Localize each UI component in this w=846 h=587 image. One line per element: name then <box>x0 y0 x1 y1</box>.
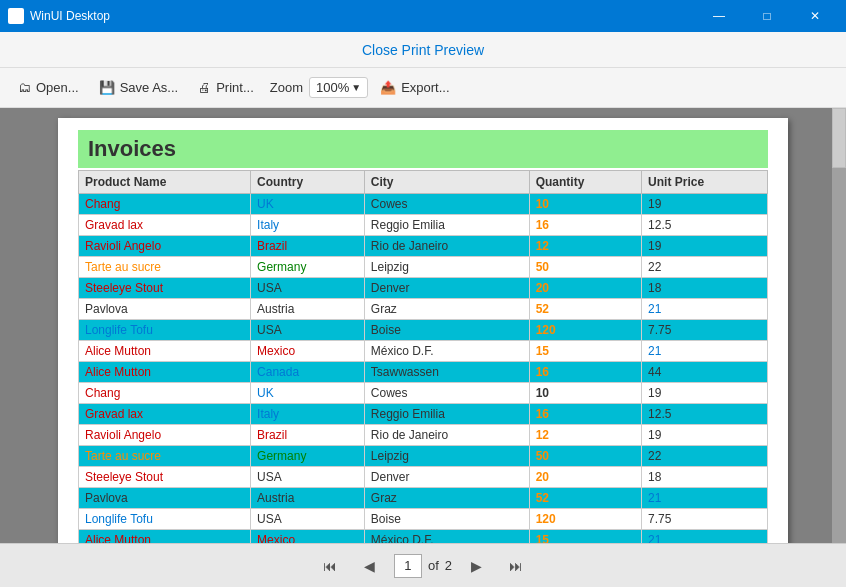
title-bar-left: WinUI Desktop <box>8 8 110 24</box>
cell-country: Austria <box>251 299 365 320</box>
nav-bar: ⏮ ◀ 1 of 2 ▶ ⏭ <box>0 543 846 587</box>
cell-country: Mexico <box>251 341 365 362</box>
export-icon: 📤 <box>380 80 396 95</box>
cell-quantity: 120 <box>529 320 641 341</box>
save-button[interactable]: 💾 Save As... <box>91 76 187 99</box>
cell-price: 19 <box>642 383 768 404</box>
table-row: Chang UK Cowes 10 19 <box>79 194 768 215</box>
print-button[interactable]: 🖨 Print... <box>190 76 262 99</box>
cell-city: México D.F. <box>364 341 529 362</box>
cell-city: Cowes <box>364 194 529 215</box>
close-preview-button[interactable]: Close Print Preview <box>362 42 484 58</box>
last-page-button[interactable]: ⏭ <box>500 552 532 580</box>
scrollbar-track[interactable] <box>832 108 846 543</box>
cell-city: Cowes <box>364 383 529 404</box>
paper: Invoices Product Name Country City Quant… <box>58 118 788 543</box>
cell-quantity: 16 <box>529 215 641 236</box>
cell-city: Boise <box>364 320 529 341</box>
of-label: of <box>428 558 439 573</box>
cell-city: Rio de Janeiro <box>364 236 529 257</box>
cell-price: 18 <box>642 467 768 488</box>
cell-city: Reggio Emilia <box>364 215 529 236</box>
zoom-dropdown-icon: ▼ <box>351 82 361 93</box>
next-page-button[interactable]: ▶ <box>460 552 492 580</box>
zoom-label: Zoom <box>270 80 303 95</box>
cell-country: USA <box>251 320 365 341</box>
table-row: Steeleye Stout USA Denver 20 18 <box>79 467 768 488</box>
cell-price: 18 <box>642 278 768 299</box>
cell-city: Leipzig <box>364 257 529 278</box>
cell-price: 19 <box>642 236 768 257</box>
cell-quantity: 10 <box>529 383 641 404</box>
scrollbar-thumb[interactable] <box>832 108 846 168</box>
cell-product: Chang <box>79 383 251 404</box>
cell-country: Mexico <box>251 530 365 544</box>
page-number-box: 1 <box>394 554 422 578</box>
cell-product: Alice Mutton <box>79 362 251 383</box>
cell-quantity: 50 <box>529 257 641 278</box>
cell-city: Boise <box>364 509 529 530</box>
cell-product: Longlife Tofu <box>79 509 251 530</box>
cell-product: Ravioli Angelo <box>79 425 251 446</box>
col-price: Unit Price <box>642 171 768 194</box>
table-row: Steeleye Stout USA Denver 20 18 <box>79 278 768 299</box>
cell-product: Pavlova <box>79 488 251 509</box>
table-row: Alice Mutton Mexico México D.F. 15 21 <box>79 530 768 544</box>
table-row: Ravioli Angelo Brazil Rio de Janeiro 12 … <box>79 425 768 446</box>
header-row: Product Name Country City Quantity Unit … <box>79 171 768 194</box>
invoice-title: Invoices <box>78 130 768 168</box>
cell-quantity: 16 <box>529 404 641 425</box>
app-title: WinUI Desktop <box>30 9 110 23</box>
zoom-select[interactable]: 100% ▼ <box>309 77 368 98</box>
cell-quantity: 12 <box>529 425 641 446</box>
cell-product: Longlife Tofu <box>79 320 251 341</box>
cell-city: Rio de Janeiro <box>364 425 529 446</box>
cell-country: Canada <box>251 362 365 383</box>
table-row: Pavlova Austria Graz 52 21 <box>79 488 768 509</box>
cell-quantity: 50 <box>529 446 641 467</box>
cell-product: Steeleye Stout <box>79 278 251 299</box>
table-row: Longlife Tofu USA Boise 120 7.75 <box>79 509 768 530</box>
table-row: Gravad lax Italy Reggio Emilia 16 12.5 <box>79 404 768 425</box>
cell-city: Denver <box>364 467 529 488</box>
cell-country: USA <box>251 278 365 299</box>
prev-page-button[interactable]: ◀ <box>354 552 386 580</box>
table-row: Pavlova Austria Graz 52 21 <box>79 299 768 320</box>
cell-city: México D.F. <box>364 530 529 544</box>
cell-product: Gravad lax <box>79 404 251 425</box>
export-button[interactable]: 📤 Export... <box>372 76 457 99</box>
cell-price: 22 <box>642 257 768 278</box>
col-city: City <box>364 171 529 194</box>
cell-quantity: 52 <box>529 299 641 320</box>
col-country: Country <box>251 171 365 194</box>
main-content: Invoices Product Name Country City Quant… <box>0 108 846 543</box>
open-icon: 🗂 <box>18 80 31 95</box>
cell-country: USA <box>251 509 365 530</box>
app-icon <box>8 8 24 24</box>
close-button[interactable]: ✕ <box>792 0 838 32</box>
cell-quantity: 20 <box>529 467 641 488</box>
cell-price: 7.75 <box>642 320 768 341</box>
cell-price: 19 <box>642 425 768 446</box>
cell-country: Germany <box>251 446 365 467</box>
cell-city: Graz <box>364 299 529 320</box>
cell-city: Reggio Emilia <box>364 404 529 425</box>
table-row: Longlife Tofu USA Boise 120 7.75 <box>79 320 768 341</box>
cell-country: Italy <box>251 215 365 236</box>
first-page-button[interactable]: ⏮ <box>314 552 346 580</box>
save-icon: 💾 <box>99 80 115 95</box>
cell-price: 44 <box>642 362 768 383</box>
cell-city: Tsawwassen <box>364 362 529 383</box>
cell-country: Austria <box>251 488 365 509</box>
table-row: Tarte au sucre Germany Leipzig 50 22 <box>79 257 768 278</box>
zoom-container: Zoom 100% ▼ <box>270 77 368 98</box>
cell-quantity: 52 <box>529 488 641 509</box>
table-row: Tarte au sucre Germany Leipzig 50 22 <box>79 446 768 467</box>
minimize-button[interactable]: — <box>696 0 742 32</box>
cell-country: Brazil <box>251 236 365 257</box>
cell-price: 12.5 <box>642 404 768 425</box>
maximize-button[interactable]: □ <box>744 0 790 32</box>
table-row: Alice Mutton Mexico México D.F. 15 21 <box>79 341 768 362</box>
zoom-value: 100% <box>316 80 349 95</box>
open-button[interactable]: 🗂 Open... <box>10 76 87 99</box>
